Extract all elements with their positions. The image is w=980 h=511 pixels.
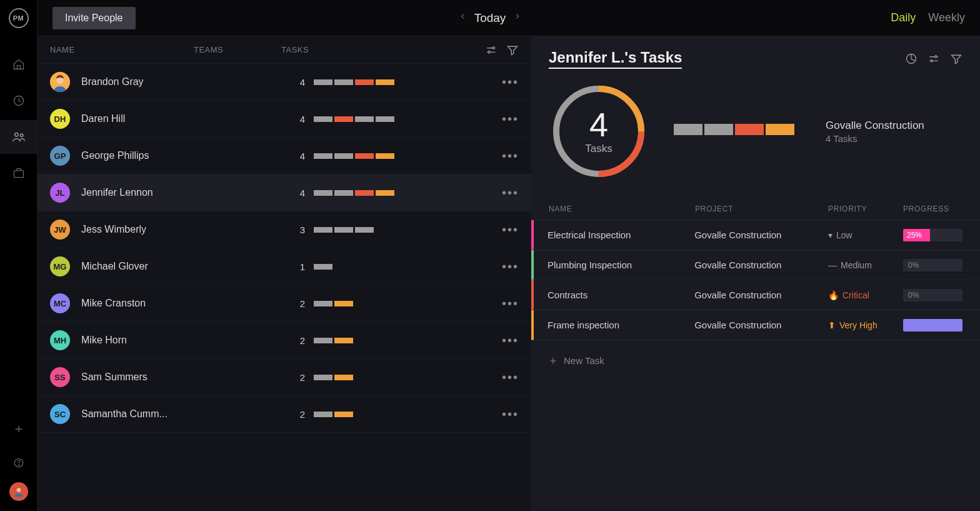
task-col-progress[interactable]: PROGRESS (903, 205, 962, 213)
person-row[interactable]: DH Daren Hill 4 ••• (38, 101, 531, 138)
priority-icon: ⬆ (828, 320, 836, 330)
svg-point-1 (14, 133, 18, 137)
task-name: Electrical Inspection (548, 230, 694, 240)
avatar: GP (50, 146, 70, 166)
task-count: 2 (281, 409, 305, 420)
task-count: 1 (281, 261, 305, 272)
col-header-teams[interactable]: TEAMS (194, 45, 281, 54)
next-day-button[interactable] (513, 11, 521, 25)
row-more-button[interactable]: ••• (502, 149, 519, 163)
task-count: 2 (281, 372, 305, 383)
person-row[interactable]: MC Mike Cranston 2 ••• (38, 285, 531, 322)
sliders-icon (485, 44, 498, 56)
person-name: George Phillips (81, 150, 192, 161)
person-row[interactable]: MG Michael Glover 1 ••• (38, 248, 531, 285)
person-row[interactable]: SS Sam Summers 2 ••• (38, 359, 531, 396)
task-bar-strip (314, 153, 394, 159)
summary-bar-segment (766, 124, 794, 135)
progress-bar: 0% (903, 259, 962, 271)
task-count: 4 (281, 114, 305, 124)
task-project: Govalle Construction (694, 260, 828, 270)
detail-title: Jennifer L.'s Tasks (549, 49, 682, 69)
task-bar-strip (314, 264, 332, 270)
filter-button[interactable] (506, 44, 519, 56)
row-more-button[interactable]: ••• (502, 75, 519, 89)
task-bar-segment (314, 338, 332, 343)
filter-icon (506, 44, 519, 56)
nav-people[interactable] (0, 120, 37, 154)
summary-task-count: 4 Tasks (826, 133, 924, 144)
avatar-icon (12, 485, 25, 498)
task-bar-segment (334, 412, 353, 417)
task-name: Plumbing Inspection (548, 260, 694, 270)
avatar (50, 72, 70, 92)
date-nav: Today (459, 11, 521, 25)
task-bar-segment (376, 153, 394, 159)
new-task-button[interactable]: New Task (531, 340, 980, 381)
task-count: 4 (281, 188, 305, 198)
people-icon (12, 130, 26, 144)
view-weekly-tab[interactable]: Weekly (928, 11, 965, 24)
summary-bars (674, 124, 794, 135)
chevron-left-icon (459, 11, 467, 22)
task-bar-segment (355, 153, 374, 159)
person-row[interactable]: JL Jennifer Lennon 4 ••• (38, 175, 531, 211)
invite-people-button[interactable]: Invite People (52, 7, 136, 29)
svg-point-12 (935, 56, 937, 58)
summary-bar-segment (704, 124, 733, 135)
nav-add[interactable] (0, 415, 37, 443)
row-more-button[interactable]: ••• (502, 296, 519, 311)
detail-filter-button[interactable] (950, 53, 962, 65)
logo[interactable]: PM (0, 0, 37, 36)
detail-settings-button[interactable] (928, 53, 940, 65)
row-more-button[interactable]: ••• (502, 407, 519, 422)
person-name: Samantha Cumm... (81, 408, 192, 420)
home-icon (12, 58, 25, 71)
task-row[interactable]: Frame inspection Govalle Construction ⬆V… (531, 310, 980, 340)
row-more-button[interactable]: ••• (502, 112, 519, 126)
task-row[interactable]: Contracts Govalle Construction 🔥Critical… (531, 280, 980, 310)
nav-help[interactable] (0, 448, 37, 477)
person-name: Jess Wimberly (81, 224, 192, 235)
current-date-label: Today (474, 11, 506, 25)
prev-day-button[interactable] (459, 11, 467, 25)
view-daily-tab[interactable]: Daily (891, 11, 916, 24)
col-header-name[interactable]: NAME (50, 45, 194, 54)
task-priority: —Medium (828, 260, 903, 270)
person-row[interactable]: SC Samantha Cumm... 2 ••• (38, 396, 531, 433)
avatar: MC (50, 293, 70, 313)
row-more-button[interactable]: ••• (502, 370, 519, 385)
row-more-button[interactable]: ••• (502, 186, 519, 200)
task-row[interactable]: Plumbing Inspection Govalle Construction… (531, 250, 980, 280)
person-row[interactable]: JW Jess Wimberly 3 ••• (38, 211, 531, 248)
col-header-tasks[interactable]: TASKS (281, 45, 485, 54)
row-more-button[interactable]: ••• (502, 333, 519, 348)
person-row[interactable]: GP George Phillips 4 ••• (38, 138, 531, 175)
nav-recent[interactable] (0, 84, 37, 118)
row-more-button[interactable]: ••• (502, 223, 519, 237)
task-table-header: NAME PROJECT PRIORITY PROGRESS (531, 198, 980, 220)
plus-icon (549, 357, 558, 365)
task-priority: ▾Low (828, 230, 903, 240)
current-user-avatar[interactable] (9, 482, 28, 501)
briefcase-icon (12, 167, 25, 180)
task-row[interactable]: Electrical Inspection Govalle Constructi… (531, 220, 980, 250)
svg-point-2 (20, 134, 23, 137)
person-row[interactable]: Brandon Gray 4 ••• (38, 64, 531, 101)
person-name: Daren Hill (81, 113, 192, 124)
settings-button[interactable] (485, 44, 498, 56)
person-row[interactable]: MH Mike Horn 2 ••• (38, 322, 531, 359)
donut-label: Tasks (585, 143, 612, 155)
task-col-name[interactable]: NAME (549, 205, 695, 213)
task-col-project[interactable]: PROJECT (695, 205, 828, 213)
nav-home[interactable] (0, 48, 37, 81)
chart-button[interactable] (905, 53, 918, 65)
nav-briefcase[interactable] (0, 156, 37, 190)
task-donut-chart: 4 Tasks (549, 81, 649, 181)
clock-icon (12, 94, 25, 107)
task-bar-segment (334, 153, 353, 159)
task-col-priority[interactable]: PRIORITY (828, 205, 903, 213)
task-bar-segment (355, 227, 374, 233)
row-more-button[interactable]: ••• (502, 260, 519, 274)
task-bar-segment (376, 116, 394, 122)
